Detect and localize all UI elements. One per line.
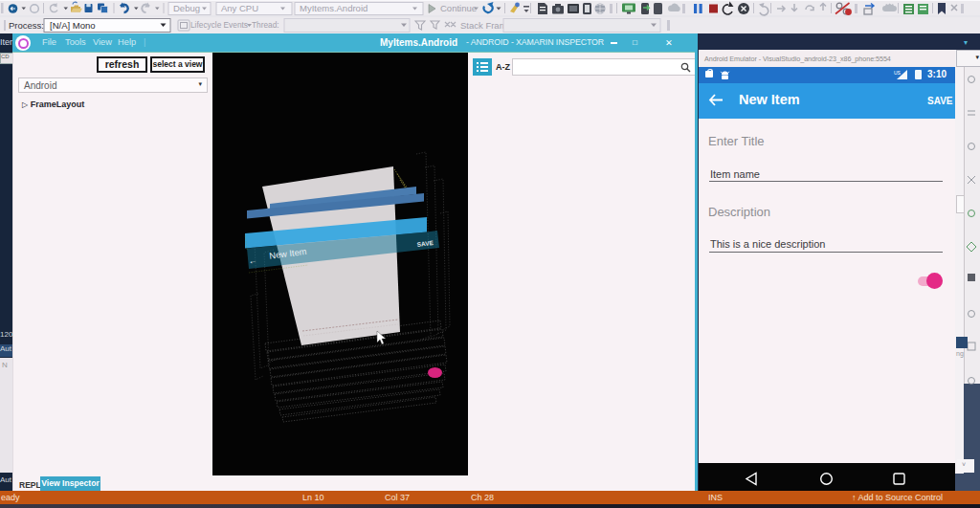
svg-text:Debug: Debug [173,3,200,13]
svg-text:Continue: Continue [440,3,477,13]
svg-text:←: ← [248,255,257,266]
svg-text:Process:: Process: [9,20,44,31]
svg-text:MyItems.Android: MyItems.Android [300,3,368,13]
svg-text:[N/A] Mono: [N/A] Mono [50,20,96,31]
svg-text:Lifecycle Events: Lifecycle Events [190,20,248,30]
svg-text:Any CPU: Any CPU [221,3,258,13]
svg-text:Thread:: Thread: [252,20,279,30]
